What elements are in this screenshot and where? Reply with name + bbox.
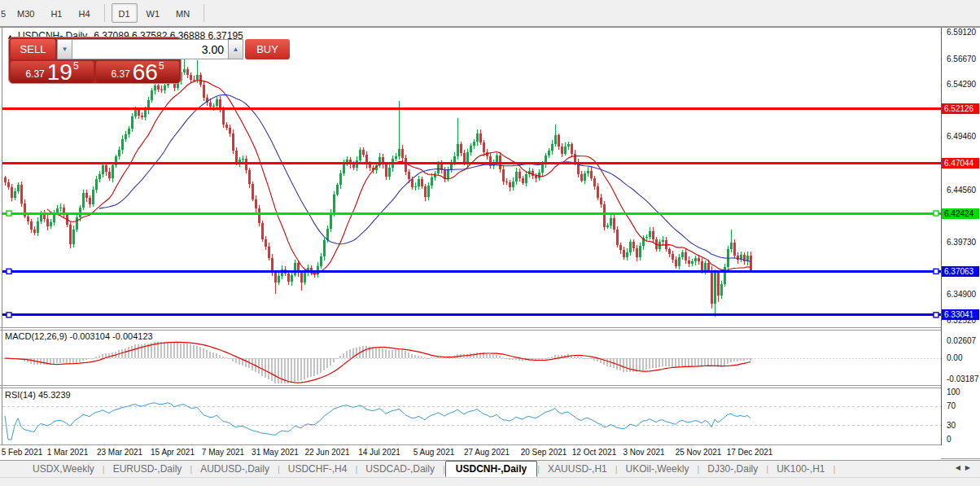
volume-increase-icon[interactable]: ▲ <box>228 39 243 59</box>
date-tick-label: 31 May 2021 <box>252 448 299 457</box>
price-axis[interactable]: 6.521266.470446.424246.370636.330416.591… <box>942 28 980 445</box>
timeframe-button-h1[interactable]: H1 <box>43 3 69 23</box>
sell-price[interactable]: 6.37 19 5 <box>11 61 94 83</box>
date-tick-label: 12 Oct 2021 <box>572 448 616 457</box>
buy-button[interactable]: BUY <box>245 39 290 59</box>
date-tick-label: 22 Jun 2021 <box>304 448 349 457</box>
chart-tab-dj30-daily[interactable]: DJ30-,Daily <box>699 462 766 476</box>
macd-tick-label: 0.02607 <box>947 336 976 345</box>
trade-controls-row: SELL ▼ ▲ BUY <box>11 39 179 59</box>
tab-scroll-left-icon[interactable]: ◀ <box>956 464 965 471</box>
toolbar-separator <box>203 4 204 22</box>
chart-tab-usdcad-daily[interactable]: USDCAD-,Daily <box>357 462 443 476</box>
price-tick-label: 6.32520 <box>947 316 976 325</box>
timeframe-button-5[interactable]: 5 <box>0 3 8 23</box>
date-tick-label: 7 May 2021 <box>202 448 244 457</box>
timeframe-button-m30[interactable]: M30 <box>10 3 42 23</box>
chart-tab-usdx-weekly[interactable]: USDX,Weekly <box>24 462 103 476</box>
chart-tab-xauusd-h1[interactable]: XAUUSD-,H1 <box>540 462 615 476</box>
timeframe-button-h4[interactable]: H4 <box>71 3 97 23</box>
status-bar <box>0 477 980 486</box>
chart-tab-eurusd-daily[interactable]: EURUSD-,Daily <box>105 462 190 476</box>
macd-tick-label: 0.00 <box>947 353 962 362</box>
sell-button[interactable]: SELL <box>11 39 55 59</box>
sell-price-big: 19 <box>47 62 72 82</box>
price-tick-label: 6.59120 <box>947 28 976 37</box>
price-tick-label: 6.54290 <box>947 80 976 89</box>
rsi-tick-label: 0 <box>947 435 952 444</box>
date-tick-label: 15 Apr 2021 <box>151 448 195 457</box>
price-tick-label: 6.44560 <box>947 186 976 195</box>
volume-spinner: ▼ ▲ <box>57 39 243 59</box>
date-tick-label: 3 Nov 2021 <box>623 448 664 457</box>
date-tick-label: 5 Aug 2021 <box>413 448 455 457</box>
date-axis[interactable]: 5 Feb 20211 Mar 202123 Mar 202115 Apr 20… <box>0 445 941 459</box>
sell-price-prefix: 6.37 <box>25 68 44 80</box>
price-tick-label: 6.49460 <box>947 132 976 141</box>
buy-price[interactable]: 6.37 66 5 <box>96 61 179 83</box>
macd-label: MACD(12,26,9) -0.003104 -0.004123 <box>5 331 153 341</box>
chart-tab-usdcnh-daily[interactable]: USDCNH-,Daily <box>445 461 537 477</box>
date-tick-label: 5 Feb 2021 <box>2 448 43 457</box>
buy-price-sup: 5 <box>159 60 164 72</box>
chart-tab-bar: USDX,Weekly|EURUSD-,Daily|AUDUSD-,Daily|… <box>0 460 980 477</box>
buy-price-big: 66 <box>133 62 158 82</box>
one-click-trading-panel: SELL ▼ ▲ BUY 6.37 19 5 6.37 66 5 <box>8 37 182 84</box>
date-tick-label: 14 Jul 2021 <box>358 448 400 457</box>
tab-scroll-arrows: ◀▶ <box>956 464 975 471</box>
price-tick-label: 6.34900 <box>947 290 976 299</box>
rsi-tick-label: 30 <box>947 421 956 430</box>
timeframe-button-d1[interactable]: D1 <box>112 3 138 23</box>
rsi-label: RSI(14) 45.3239 <box>5 390 71 400</box>
date-tick-label: 17 Dec 2021 <box>727 448 773 457</box>
toolbar-separator <box>104 4 105 22</box>
date-tick-label: 25 Nov 2021 <box>676 448 722 457</box>
tab-scroll-right-icon[interactable]: ▶ <box>965 464 975 471</box>
price-line-badge: 6.37063 <box>942 266 979 277</box>
price-tick-label: 6.39730 <box>947 238 976 247</box>
sell-price-sup: 5 <box>73 60 79 72</box>
price-line-badge: 6.52126 <box>942 103 979 114</box>
mt4-terminal: 5M30H1H4D1W1MN ▲USDCNH-,Daily6.37089 6.3… <box>0 0 980 486</box>
date-tick-label: 23 Mar 2021 <box>97 448 142 457</box>
timeframe-button-w1[interactable]: W1 <box>139 3 168 23</box>
chart-tab-audusd-daily[interactable]: AUDUSD-,Daily <box>192 462 278 476</box>
macd-tick-label: -0.03187 <box>947 374 978 383</box>
date-tick-label: 27 Aug 2021 <box>464 448 510 457</box>
volume-input[interactable] <box>72 39 228 59</box>
chart-tab-uk100-h1[interactable]: UK100-,H1 <box>768 462 833 476</box>
date-tick-label: 1 Mar 2021 <box>47 448 89 457</box>
bid-ask-row: 6.37 19 5 6.37 66 5 <box>11 61 179 83</box>
timeframe-button-mn[interactable]: MN <box>168 3 197 23</box>
volume-decrease-icon[interactable]: ▼ <box>57 39 72 59</box>
rsi-tick-label: 100 <box>947 387 960 396</box>
date-tick-label: 20 Sep 2021 <box>521 448 567 457</box>
timeframe-toolbar: 5M30H1H4D1W1MN <box>0 0 980 27</box>
chart-tab-usdchf-h4[interactable]: USDCHF-,H4 <box>280 462 356 476</box>
price-line-badge: 6.47044 <box>942 158 979 169</box>
buy-price-prefix: 6.37 <box>111 68 129 80</box>
tab-separator: | <box>833 464 836 474</box>
price-tick-label: 6.56670 <box>947 55 976 63</box>
price-line-badge: 6.42424 <box>942 208 979 219</box>
chart-tab-ukoil-weekly[interactable]: UKOil-,Weekly <box>618 462 698 476</box>
rsi-tick-label: 70 <box>947 401 956 410</box>
